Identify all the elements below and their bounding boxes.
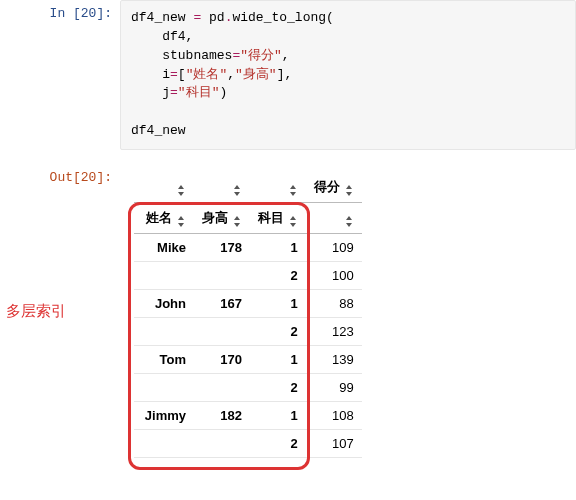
- cell-subj: 1: [250, 345, 306, 373]
- cell-name: Jimmy: [134, 401, 194, 429]
- col-blank-0[interactable]: [134, 172, 194, 203]
- input-cell: In [20]: df4_new = pd.wide_to_long( df4,…: [0, 0, 576, 150]
- cell-score: 109: [306, 233, 362, 261]
- cell-height: [194, 429, 250, 457]
- cell-height: 178: [194, 233, 250, 261]
- dataframe-body: Mike 178 1 109 2 100 John 167 1: [134, 233, 362, 457]
- table-row: Tom 170 1 139: [134, 345, 362, 373]
- cell-score: 88: [306, 289, 362, 317]
- cell-score: 108: [306, 401, 362, 429]
- table-row: 2 123: [134, 317, 362, 345]
- col-value-label: 得分: [314, 179, 340, 194]
- cell-name: [134, 373, 194, 401]
- cell-score: 99: [306, 373, 362, 401]
- cell-height: 182: [194, 401, 250, 429]
- idx-name-2-label: 科目: [258, 210, 284, 225]
- cell-score: 123: [306, 317, 362, 345]
- out-prompt-text: Out[20]:: [50, 170, 112, 185]
- cell-subj: 2: [250, 429, 306, 457]
- cell-subj: 2: [250, 373, 306, 401]
- cell-score: 107: [306, 429, 362, 457]
- cell-name: Mike: [134, 233, 194, 261]
- cell-subj: 1: [250, 289, 306, 317]
- cell-name: [134, 261, 194, 289]
- table-row: 2 100: [134, 261, 362, 289]
- cell-subj: 2: [250, 261, 306, 289]
- cell-name: [134, 317, 194, 345]
- code-block[interactable]: df4_new = pd.wide_to_long( df4, stubname…: [120, 0, 576, 150]
- header-row-values: 得分: [134, 172, 362, 203]
- in-prompt: In [20]:: [0, 0, 120, 150]
- header-row-index-names: 姓名 身高 科目: [134, 202, 362, 233]
- table-row: Jimmy 182 1 108: [134, 401, 362, 429]
- cell-score: 139: [306, 345, 362, 373]
- table-row: John 167 1 88: [134, 289, 362, 317]
- output-cell: Out[20]: 得分 姓: [0, 164, 576, 461]
- col-blank-1[interactable]: [194, 172, 250, 203]
- idx-name-1[interactable]: 身高: [194, 202, 250, 233]
- dataframe-wrap: 得分 姓名 身高 科目 Mike 178 1 109: [134, 172, 362, 458]
- col-blank-3[interactable]: [306, 202, 362, 233]
- cell-height: [194, 317, 250, 345]
- cell-height: [194, 261, 250, 289]
- cell-subj: 1: [250, 401, 306, 429]
- cell-score: 100: [306, 261, 362, 289]
- table-row: 2 99: [134, 373, 362, 401]
- idx-name-0[interactable]: 姓名: [134, 202, 194, 233]
- cell-name: Tom: [134, 345, 194, 373]
- cell-height: 170: [194, 345, 250, 373]
- table-row: 2 107: [134, 429, 362, 457]
- dataframe: 得分 姓名 身高 科目 Mike 178 1 109: [134, 172, 362, 458]
- col-blank-2[interactable]: [250, 172, 306, 203]
- table-row: Mike 178 1 109: [134, 233, 362, 261]
- idx-name-1-label: 身高: [202, 210, 228, 225]
- cell-height: [194, 373, 250, 401]
- idx-name-0-label: 姓名: [146, 210, 172, 225]
- idx-name-2[interactable]: 科目: [250, 202, 306, 233]
- cell-name: [134, 429, 194, 457]
- cell-subj: 2: [250, 317, 306, 345]
- annotation-label: 多层索引: [6, 302, 66, 321]
- in-prompt-text: In [20]:: [50, 6, 112, 21]
- output-area: 得分 姓名 身高 科目 Mike 178 1 109: [120, 164, 576, 461]
- col-value[interactable]: 得分: [306, 172, 362, 203]
- cell-subj: 1: [250, 233, 306, 261]
- cell-name: John: [134, 289, 194, 317]
- cell-height: 167: [194, 289, 250, 317]
